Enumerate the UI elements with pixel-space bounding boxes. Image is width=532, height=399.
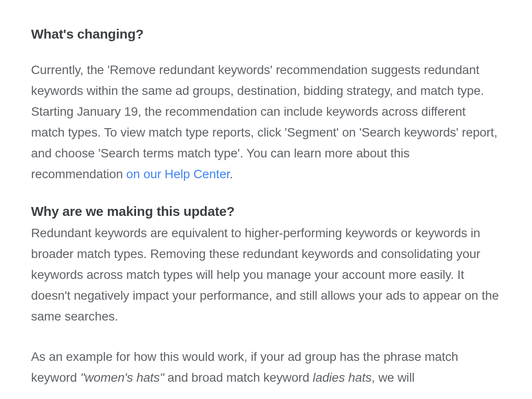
italic-phrase-ladies-hats: ladies hats [313, 371, 372, 384]
section-heading-whats-changing: What's changing? [31, 27, 501, 42]
paragraph-text-end: . [230, 167, 233, 181]
paragraph-text: Currently, the 'Remove redundant keyword… [31, 63, 497, 181]
italic-phrase-womens-hats: "women's hats" [80, 371, 164, 384]
paragraph-whats-changing: Currently, the 'Remove redundant keyword… [31, 59, 501, 184]
paragraph-text: , we will [372, 371, 415, 384]
paragraph-text: and broad match keyword [164, 371, 313, 384]
help-center-link[interactable]: on our Help Center [126, 167, 230, 181]
paragraph-example: As an example for how this would work, i… [31, 346, 501, 388]
section-heading-why-update: Why are we making this update? [31, 204, 501, 219]
document-content: What's changing? Currently, the 'Remove … [31, 27, 501, 388]
paragraph-why-update: Redundant keywords are equivalent to hig… [31, 223, 501, 327]
